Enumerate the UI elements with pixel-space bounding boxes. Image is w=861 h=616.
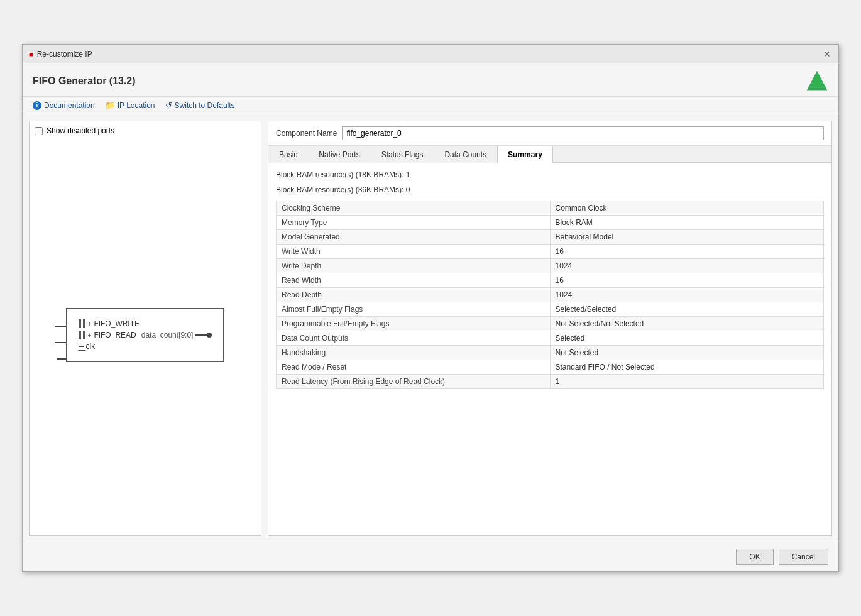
table-row: Clocking SchemeCommon Clock: [277, 201, 824, 216]
port-row-clk: — clk: [79, 342, 212, 351]
value-cell: 16: [550, 245, 824, 259]
property-cell: Write Width: [277, 245, 551, 259]
table-row: Almost Full/Empty FlagsSelected/Selected: [277, 302, 824, 317]
value-cell: Not Selected: [550, 346, 824, 360]
wire-fifo-read: [55, 342, 66, 343]
documentation-link[interactable]: i Documentation: [33, 101, 95, 110]
ip-location-label: IP Location: [118, 101, 155, 110]
summary-table: Clocking SchemeCommon ClockMemory TypeBl…: [276, 201, 824, 389]
table-row: Read Mode / ResetStandard FIFO / Not Sel…: [277, 360, 824, 375]
tab-basic[interactable]: Basic: [268, 146, 308, 163]
property-cell: Read Width: [277, 273, 551, 288]
show-disabled-row: Show disabled ports: [35, 126, 256, 135]
value-cell: Block RAM: [550, 216, 824, 230]
table-row: Read Latency (From Rising Edge of Read C…: [277, 375, 824, 389]
table-row: HandshakingNot Selected: [277, 346, 824, 360]
refresh-icon: ↺: [165, 101, 172, 110]
fifo-block-container: + FIFO_WRITE + FIFO_READ: [66, 308, 225, 362]
switch-defaults-label: Switch to Defaults: [175, 101, 235, 110]
tab-content-summary: Block RAM resource(s) (18K BRAMs): 1 Blo…: [268, 163, 831, 535]
value-cell: 1: [550, 375, 824, 389]
port-bar-read-1: [79, 331, 81, 339]
port-label-fifo-write: FIFO_WRITE: [94, 319, 212, 328]
wire-clk: [57, 358, 66, 360]
show-disabled-label: Show disabled ports: [47, 126, 114, 135]
dot-data-count: [207, 333, 212, 338]
port-label-fifo-read: FIFO_READ: [94, 331, 136, 339]
port-bar-write-1: [79, 319, 81, 328]
svg-marker-1: [809, 74, 825, 88]
table-row: Data Count OutputsSelected: [277, 331, 824, 346]
tab-status-flags[interactable]: Status Flags: [371, 146, 434, 163]
main-window: ■ Re-customize IP ✕ FIFO Generator (13.2…: [22, 44, 839, 572]
summary-info-36k: Block RAM resource(s) (36K BRAMs): 0: [276, 185, 824, 194]
documentation-label: Documentation: [44, 101, 95, 110]
minus-icon-clk: —: [79, 346, 84, 347]
close-button[interactable]: ✕: [822, 49, 832, 59]
value-cell: 1024: [550, 259, 824, 273]
show-disabled-checkbox[interactable]: [35, 127, 43, 135]
data-count-label: data_count[9:0]: [141, 331, 194, 339]
app-header: FIFO Generator (13.2): [23, 63, 838, 97]
property-cell: Memory Type: [277, 216, 551, 230]
value-cell: 16: [550, 273, 824, 288]
property-cell: Read Latency (From Rising Edge of Read C…: [277, 375, 551, 389]
value-cell: Selected: [550, 331, 824, 346]
main-content: Show disabled ports + FIFO_WRITE: [23, 114, 838, 542]
window-title-icon: ■: [29, 50, 33, 58]
value-cell: Standard FIFO / Not Selected: [550, 360, 824, 375]
value-cell: Not Selected/Not Selected: [550, 317, 824, 331]
window-title-text: Re-customize IP: [37, 50, 92, 58]
toolbar: i Documentation 📁 IP Location ↺ Switch t…: [23, 97, 838, 114]
value-cell: Behavioral Model: [550, 230, 824, 245]
app-title: FIFO Generator (13.2): [33, 75, 136, 87]
ip-location-link[interactable]: 📁 IP Location: [105, 101, 155, 110]
folder-icon: 📁: [105, 101, 115, 110]
component-name-input[interactable]: [342, 126, 824, 140]
cancel-button[interactable]: Cancel: [779, 549, 828, 565]
property-cell: Programmable Full/Empty Flags: [277, 317, 551, 331]
switch-defaults-link[interactable]: ↺ Switch to Defaults: [165, 101, 235, 110]
table-row: Write Width16: [277, 245, 824, 259]
property-cell: Write Depth: [277, 259, 551, 273]
property-cell: Data Count Outputs: [277, 331, 551, 346]
ok-button[interactable]: OK: [736, 549, 773, 565]
property-cell: Clocking Scheme: [277, 201, 551, 216]
table-row: Read Depth1024: [277, 288, 824, 302]
property-cell: Handshaking: [277, 346, 551, 360]
component-name-row: Component Name: [268, 121, 831, 146]
table-row: Write Depth1024: [277, 259, 824, 273]
wire-data-count: [195, 334, 207, 336]
right-panel: Component Name Basic Native Ports Status…: [268, 121, 832, 536]
property-cell: Almost Full/Empty Flags: [277, 302, 551, 317]
vivado-logo: [806, 70, 828, 92]
table-row: Model GeneratedBehavioral Model: [277, 230, 824, 245]
plus-icon-write: +: [88, 321, 92, 327]
tab-summary[interactable]: Summary: [497, 146, 553, 163]
port-bar-read-2: [83, 331, 85, 339]
fifo-block: + FIFO_WRITE + FIFO_READ: [66, 308, 225, 362]
plus-icon-read: +: [88, 332, 92, 339]
property-cell: Read Mode / Reset: [277, 360, 551, 375]
wire-fifo-write: [55, 326, 66, 327]
port-row-fifo-read-left: + FIFO_READ: [79, 331, 136, 339]
component-name-label: Component Name: [276, 129, 337, 138]
summary-info-18k: Block RAM resource(s) (18K BRAMs): 1: [276, 170, 824, 179]
port-label-clk: clk: [86, 342, 212, 351]
tab-native-ports[interactable]: Native Ports: [308, 146, 370, 163]
property-cell: Read Depth: [277, 288, 551, 302]
title-bar: ■ Re-customize IP ✕: [23, 45, 838, 63]
table-row: Programmable Full/Empty FlagsNot Selecte…: [277, 317, 824, 331]
info-icon: i: [33, 101, 41, 110]
footer: OK Cancel: [23, 542, 838, 571]
table-row: Read Width16: [277, 273, 824, 288]
tab-data-counts[interactable]: Data Counts: [434, 146, 497, 163]
tabs-row: Basic Native Ports Status Flags Data Cou…: [268, 146, 831, 163]
title-bar-left: ■ Re-customize IP: [29, 50, 92, 58]
port-bar-write-2: [83, 319, 85, 328]
value-cell: Selected/Selected: [550, 302, 824, 317]
property-cell: Model Generated: [277, 230, 551, 245]
table-row: Memory TypeBlock RAM: [277, 216, 824, 230]
value-cell: Common Clock: [550, 201, 824, 216]
port-row-fifo-read: + FIFO_READ data_count[9:0]: [79, 331, 212, 339]
